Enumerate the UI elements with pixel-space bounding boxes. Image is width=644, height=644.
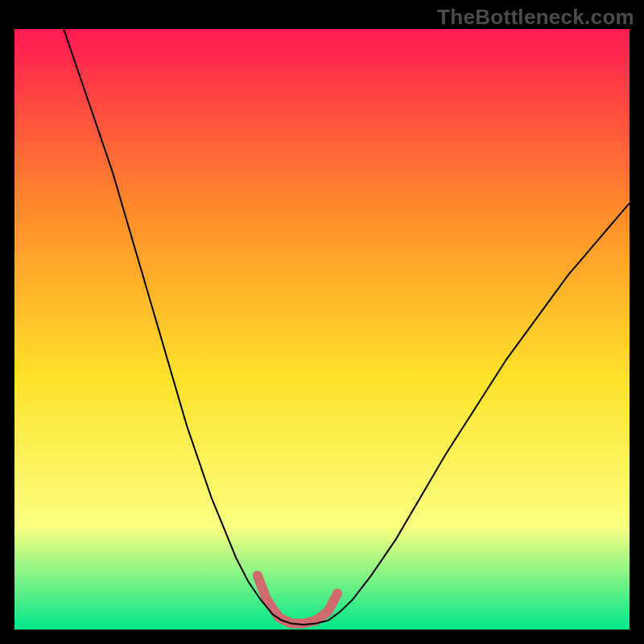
chart-stage: TheBottleneck.com — [0, 0, 644, 644]
chart-svg — [0, 0, 644, 644]
watermark-text: TheBottleneck.com — [437, 5, 634, 30]
plot-gradient-area — [14, 29, 630, 630]
